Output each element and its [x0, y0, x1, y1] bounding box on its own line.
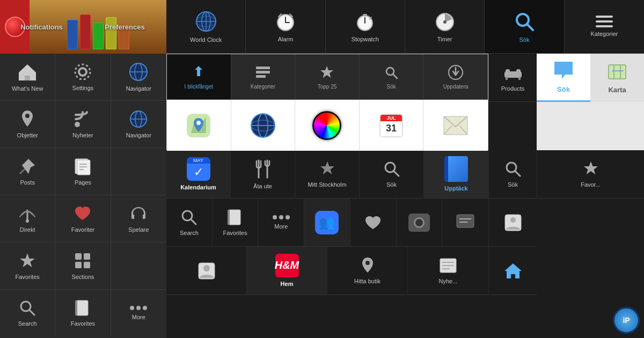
- app-ata-ute[interactable]: Äta ute: [231, 150, 295, 198]
- app-sok-r3-extra[interactable]: Sök: [488, 150, 537, 199]
- left-spelare[interactable]: Spelare: [111, 195, 166, 243]
- app-nyhe[interactable]: Nyhe...: [408, 247, 488, 295]
- app-people[interactable]: 👥: [304, 199, 350, 246]
- app-favor-extra[interactable]: Favor...: [537, 150, 644, 199]
- left-search[interactable]: Search: [0, 290, 55, 337]
- whats-new-label: What's New: [12, 85, 43, 92]
- popup-tab-sok[interactable]: Sök: [360, 54, 424, 99]
- app-home-extra[interactable]: [488, 247, 537, 295]
- svg-line-44: [30, 310, 34, 315]
- app-sok-top[interactable]: Sök: [485, 0, 564, 53]
- kalendarium-label: Kalendarium: [180, 184, 216, 191]
- app-timer[interactable]: Timer: [405, 0, 485, 53]
- app-contact-extra[interactable]: [488, 199, 537, 247]
- left-navigator2[interactable]: Navigator: [111, 101, 166, 148]
- star-popup-icon: [319, 64, 335, 80]
- upptack-label: Upptäck: [444, 185, 467, 192]
- left-nyheter[interactable]: Nyheter: [55, 101, 111, 148]
- svg-rect-82: [229, 210, 240, 225]
- svg-rect-40: [84, 253, 90, 260]
- left-settings[interactable]: Settings: [55, 54, 111, 101]
- svg-point-84: [273, 215, 277, 219]
- svg-rect-99: [256, 75, 266, 78]
- search-b-icon: [180, 208, 198, 226]
- right-tabs: Sök Karta: [537, 54, 644, 102]
- app-contact[interactable]: [166, 247, 247, 295]
- download-icon: [448, 64, 464, 80]
- right-tab-karta[interactable]: Karta: [590, 54, 644, 102]
- upptack-icon: [444, 156, 468, 182]
- svg-rect-41: [75, 262, 82, 268]
- left-posts[interactable]: Posts: [0, 148, 55, 195]
- app-world-clock[interactable]: World Clock: [166, 0, 246, 53]
- heart-b2-icon: [364, 214, 382, 231]
- settings-label: Settings: [72, 85, 94, 92]
- mag-extra-icon: [504, 160, 522, 178]
- msg-icon: [456, 214, 475, 232]
- left-empty3: [111, 148, 166, 195]
- kategorier-popup-icon: [255, 64, 271, 80]
- popup-tab-uppdatera[interactable]: Uppdatera: [423, 54, 488, 99]
- app-hm[interactable]: H&M Hem: [247, 247, 327, 295]
- left-more[interactable]: More: [111, 290, 166, 337]
- left-pages[interactable]: Pages: [55, 148, 111, 195]
- svg-point-49: [143, 306, 147, 310]
- svg-rect-87: [457, 215, 474, 227]
- posts-label: Posts: [20, 179, 35, 186]
- popup-app-envelope[interactable]: [423, 100, 488, 151]
- svg-rect-42: [84, 262, 90, 268]
- left-favorites[interactable]: Favorites: [0, 243, 55, 290]
- app-kategorier-top[interactable]: Kategorier: [565, 0, 644, 53]
- popup-tab-kategorier[interactable]: Kategorier: [231, 54, 296, 99]
- svg-rect-21: [25, 76, 30, 80]
- popup-app-colorwheel[interactable]: [295, 100, 360, 151]
- app-upptack[interactable]: Upptäck: [424, 150, 488, 198]
- right-tab-sok[interactable]: Sök: [537, 54, 590, 102]
- svg-line-77: [394, 171, 399, 176]
- svg-point-86: [286, 215, 290, 219]
- left-objetter[interactable]: Objetter: [0, 101, 55, 148]
- navigator2-label: Navigator: [126, 132, 151, 139]
- sok-top-label: Sök: [519, 36, 530, 43]
- dots-icon: [129, 305, 148, 311]
- app-more-b[interactable]: More: [258, 199, 304, 246]
- colorwheel-icon: [312, 111, 341, 140]
- left-direkt[interactable]: Direkt: [0, 195, 55, 243]
- app-heart-b2[interactable]: [350, 199, 397, 246]
- app-camera[interactable]: [397, 199, 443, 246]
- envelope-popup-icon: [443, 116, 468, 135]
- left-sections[interactable]: Sections: [55, 243, 111, 290]
- preferences-btn[interactable]: Preferences: [83, 0, 166, 54]
- app-kalendarium[interactable]: MAY ✓ Kalendarium: [166, 150, 231, 198]
- app-sok-r3[interactable]: Sök: [360, 150, 424, 198]
- map-r-icon: [608, 62, 627, 82]
- products-label: Products: [501, 85, 524, 92]
- left-favorites-b[interactable]: Favorites: [55, 290, 111, 337]
- camera-icon: [408, 214, 430, 232]
- popup-app-maps[interactable]: [167, 100, 231, 151]
- popup-tab-topp25[interactable]: Topp 25: [295, 54, 360, 99]
- settings-icon: [73, 62, 92, 82]
- notifications-btn[interactable]: Notifications: [0, 0, 83, 54]
- app-alarm[interactable]: Alarm: [246, 0, 325, 53]
- popup-app-globe[interactable]: [231, 100, 296, 151]
- svg-rect-111: [609, 65, 626, 79]
- app-hitta-butik[interactable]: Hitta butik: [327, 247, 408, 295]
- app-products[interactable]: Products: [488, 54, 537, 102]
- nyhe-icon: [439, 256, 457, 275]
- app-search-b[interactable]: Search: [166, 199, 213, 246]
- svg-point-47: [130, 306, 134, 310]
- popup-tab-blickfanget[interactable]: I blickfånget: [167, 54, 231, 99]
- app-favorites-b[interactable]: Favorites: [213, 199, 259, 246]
- app-stopwatch[interactable]: Stopwatch: [326, 0, 405, 53]
- svg-line-32: [20, 168, 25, 174]
- left-favoriter[interactable]: Favoriter: [55, 195, 111, 243]
- mag-r3-icon: [383, 160, 401, 178]
- popup-app-calendar[interactable]: JUL 31: [360, 100, 424, 151]
- left-whats-new[interactable]: What's New: [0, 54, 55, 101]
- pages-icon: [73, 157, 92, 176]
- app-msg[interactable]: [442, 199, 488, 246]
- svg-rect-63: [506, 77, 508, 80]
- app-mitt-stockholm[interactable]: Mitt Stockholm: [295, 150, 360, 198]
- left-navigator[interactable]: Navigator: [111, 54, 166, 101]
